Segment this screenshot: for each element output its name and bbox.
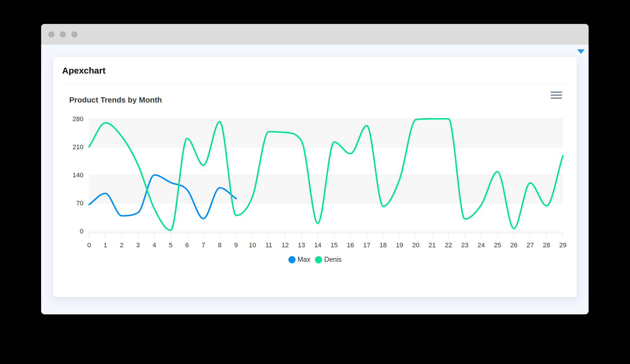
x-axis-label: 25 xyxy=(494,241,501,249)
x-axis-label: 5 xyxy=(169,241,172,249)
window-titlebar xyxy=(41,24,589,45)
chart-title: Product Trends by Month xyxy=(69,95,162,105)
x-axis-label: 18 xyxy=(379,241,387,249)
x-axis-label: 23 xyxy=(461,241,468,249)
x-axis-label: 28 xyxy=(543,241,550,249)
legend-label: Denis xyxy=(324,256,342,264)
x-axis-label: 0 xyxy=(87,241,91,249)
legend-marker-icon xyxy=(315,256,322,263)
y-axis-label: 210 xyxy=(72,143,83,151)
x-axis-label: 2 xyxy=(120,241,123,249)
x-axis-label: 8 xyxy=(218,241,222,249)
x-axis-label: 21 xyxy=(429,241,436,249)
x-axis-label: 7 xyxy=(202,241,205,249)
legend-item-denis[interactable]: Denis xyxy=(315,256,342,264)
x-axis-label: 10 xyxy=(249,241,256,249)
x-axis-label: 14 xyxy=(314,241,321,249)
x-axis-label: 26 xyxy=(510,241,517,249)
chart-card: 0123456789101112131415161718192021222324… xyxy=(53,57,577,297)
x-axis-label: 27 xyxy=(526,241,534,249)
legend-marker-icon xyxy=(288,256,295,263)
x-axis-label: 6 xyxy=(185,241,189,249)
x-axis-label: 13 xyxy=(298,241,305,249)
x-axis-label: 4 xyxy=(153,241,156,249)
y-axis-label: 140 xyxy=(72,171,83,179)
legend-label: Max xyxy=(298,256,310,264)
x-axis-label: 15 xyxy=(330,241,337,249)
y-axis-label: 0 xyxy=(80,228,83,235)
chart-legend: MaxDenis xyxy=(53,256,577,264)
x-axis-label: 22 xyxy=(445,241,452,249)
traffic-light-dot[interactable] xyxy=(60,31,66,38)
x-axis-label: 16 xyxy=(347,241,354,249)
dropdown-arrow-icon[interactable] xyxy=(577,49,585,54)
x-axis-label: 12 xyxy=(282,241,289,249)
chart-menu-button[interactable] xyxy=(550,90,563,100)
app-title: Apexchart xyxy=(62,57,568,84)
x-axis-label: 24 xyxy=(478,241,485,249)
y-axis-label: 70 xyxy=(76,199,83,207)
traffic-light-dot[interactable] xyxy=(71,31,77,38)
y-axis-label: 280 xyxy=(72,115,83,123)
traffic-light-dot[interactable] xyxy=(48,31,54,38)
x-axis-label: 19 xyxy=(396,241,403,249)
app-window: 0123456789101112131415161718192021222324… xyxy=(41,24,589,314)
x-axis-label: 29 xyxy=(559,241,566,249)
page-background: { "window": { "kind": "browser-window-mo… xyxy=(0,0,630,364)
x-axis-label: 1 xyxy=(104,241,107,249)
x-axis-label: 3 xyxy=(136,241,140,249)
legend-item-max[interactable]: Max xyxy=(288,256,310,264)
x-axis-label: 11 xyxy=(265,241,272,249)
hamburger-icon xyxy=(551,92,562,99)
x-axis-label: 9 xyxy=(234,241,238,249)
x-axis-label: 17 xyxy=(363,241,370,249)
x-axis-label: 20 xyxy=(412,241,419,249)
grid-row-band xyxy=(89,119,563,147)
